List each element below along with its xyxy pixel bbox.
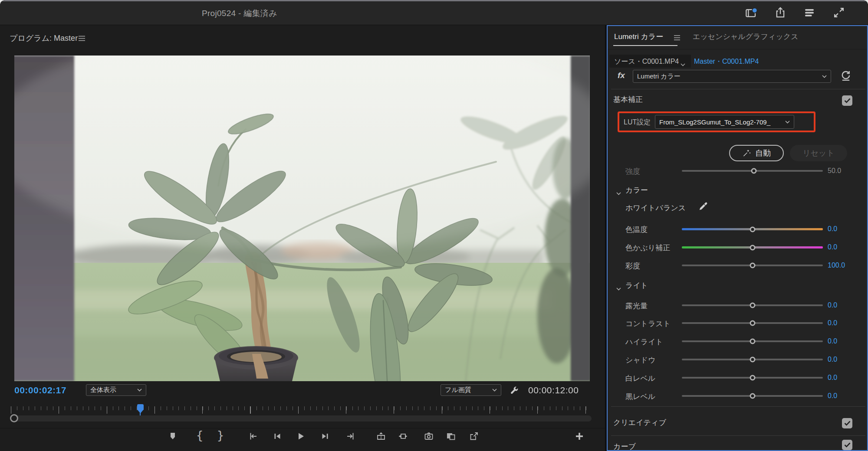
saturation-slider[interactable] <box>682 265 823 266</box>
intensity-slider[interactable] <box>682 170 823 172</box>
magic-wand-icon <box>742 148 752 158</box>
slider-handle[interactable] <box>750 339 755 344</box>
go-to-out-button[interactable] <box>346 431 356 441</box>
monitor-zoom-scrollbar[interactable] <box>11 415 592 422</box>
shadows-slider[interactable] <box>682 359 823 360</box>
temperature-slider[interactable] <box>682 228 823 230</box>
eyedropper-icon[interactable] <box>698 200 709 212</box>
tab-essential-graphics[interactable]: エッセンシャルグラフィックス <box>693 32 799 42</box>
lut-setting-select[interactable]: From_SLog2SGumut_To_SLog2-709_ <box>655 115 794 129</box>
slider-handle[interactable] <box>750 320 755 326</box>
contrast-row: コントラスト 0.0 <box>608 317 868 329</box>
extract-button[interactable] <box>398 431 408 441</box>
tint-row: 色かぶり補正 0.0 <box>608 241 868 253</box>
lut-setting-label: LUT設定 <box>624 118 651 127</box>
panel-menu-icon[interactable] <box>674 34 681 42</box>
settings-wrench-icon[interactable] <box>509 385 520 396</box>
check-icon <box>844 421 851 426</box>
fullscreen-expand-icon[interactable] <box>832 6 845 19</box>
title-bar: Proj0524 - 編集済み <box>0 0 868 25</box>
basic-correction-checkbox[interactable] <box>842 95 852 106</box>
button-editor-plus-button[interactable] <box>574 431 585 441</box>
tab-lumetri-color[interactable]: Lumetri カラー <box>614 32 663 42</box>
temperature-row: 色温度 0.0 <box>608 223 868 235</box>
highlights-row: ハイライト 0.0 <box>608 335 868 347</box>
current-timecode[interactable]: 00:00:02:17 <box>14 385 66 395</box>
light-section-title: ライト <box>625 281 648 291</box>
master-clip-label[interactable]: Master・C0001.MP4 <box>694 57 759 66</box>
project-title: Proj0524 - 編集済み <box>202 8 277 19</box>
fx-icon: fx <box>618 71 625 80</box>
exposure-row: 露光量 0.0 <box>608 299 868 311</box>
reset-button[interactable]: リセット <box>790 145 847 161</box>
chevron-down-icon <box>137 389 142 392</box>
curves-checkbox[interactable] <box>842 440 852 450</box>
chevron-down-icon <box>616 189 621 197</box>
creative-section-title[interactable]: クリエイティブ <box>613 418 666 428</box>
program-monitor-title: プログラム: Master <box>10 33 78 43</box>
auto-button[interactable]: 自動 <box>729 145 784 161</box>
white-balance-label: ホワイトバランス <box>625 203 686 213</box>
scrollbar-left-handle[interactable] <box>10 414 18 422</box>
check-icon <box>844 98 851 103</box>
effect-select[interactable]: Lumetri カラー <box>633 70 831 83</box>
light-section-header[interactable]: ライト <box>608 281 868 293</box>
highlights-slider[interactable] <box>682 340 823 342</box>
tab-separator <box>608 49 867 49</box>
step-back-button[interactable] <box>272 431 282 441</box>
intensity-value[interactable]: 50.0 <box>828 167 841 175</box>
white-balance-row: ホワイトバランス <box>608 203 868 215</box>
section-divider <box>611 89 865 89</box>
active-tab-underline <box>613 45 677 46</box>
add-marker-button[interactable] <box>168 431 178 441</box>
whites-slider[interactable] <box>682 377 823 379</box>
program-monitor-panel: プログラム: Master <box>0 25 605 451</box>
duration-timecode: 00:00:12:00 <box>528 385 579 395</box>
comparison-view-button[interactable] <box>446 431 456 441</box>
chevron-down-icon[interactable] <box>681 60 685 68</box>
zoom-level-select[interactable]: 全体表示 <box>86 384 146 396</box>
slider-handle[interactable] <box>750 357 755 363</box>
tint-slider[interactable] <box>682 246 823 248</box>
reset-effect-icon[interactable] <box>840 70 852 82</box>
workspace-panel-icon[interactable] <box>744 6 757 19</box>
creative-checkbox[interactable] <box>842 418 852 428</box>
play-button[interactable] <box>295 431 306 441</box>
slider-handle[interactable] <box>750 393 755 399</box>
video-preview <box>14 56 590 381</box>
intensity-row: 強度 50.0 <box>608 165 868 177</box>
intensity-label: 強度 <box>625 167 640 176</box>
lift-button[interactable] <box>376 431 386 441</box>
basic-correction-title[interactable]: 基本補正 <box>613 95 643 105</box>
mark-out-button[interactable]: } <box>215 430 226 442</box>
color-section-header[interactable]: カラー <box>608 185 868 197</box>
source-clip-label[interactable]: ソース・C0001.MP4 <box>614 57 679 66</box>
panel-menu-icon[interactable] <box>78 35 85 43</box>
exposure-slider[interactable] <box>682 304 823 306</box>
slider-handle[interactable] <box>750 375 755 381</box>
workspaces-menu-icon[interactable] <box>803 6 816 19</box>
video-frame-plant-scene <box>14 56 590 381</box>
chevron-down-icon <box>822 75 827 78</box>
playback-quality-select[interactable]: フル画質 <box>441 384 501 396</box>
go-to-in-button[interactable] <box>247 431 258 441</box>
blacks-slider[interactable] <box>682 395 823 397</box>
export-button[interactable] <box>469 431 479 441</box>
slider-handle[interactable] <box>750 245 755 250</box>
blacks-row: 黒レベル 0.0 <box>608 390 868 402</box>
lumetri-color-panel: Lumetri カラー エッセンシャルグラフィックス ソース・C0001.MP4… <box>607 25 868 451</box>
contrast-slider[interactable] <box>682 322 823 324</box>
share-export-icon[interactable] <box>774 6 787 19</box>
slider-handle[interactable] <box>750 303 755 308</box>
color-section-title: カラー <box>625 185 648 195</box>
slider-handle[interactable] <box>750 263 755 268</box>
mark-in-button[interactable]: { <box>194 430 205 442</box>
timeline-ruler-major-ticks <box>11 406 592 414</box>
slider-handle[interactable] <box>750 226 755 232</box>
chevron-down-icon <box>616 284 621 292</box>
curves-section-title[interactable]: カーブ <box>613 441 636 451</box>
export-frame-camera-button[interactable] <box>424 431 434 441</box>
slider-handle[interactable] <box>751 168 756 174</box>
check-icon <box>844 442 851 448</box>
step-forward-button[interactable] <box>320 431 331 441</box>
